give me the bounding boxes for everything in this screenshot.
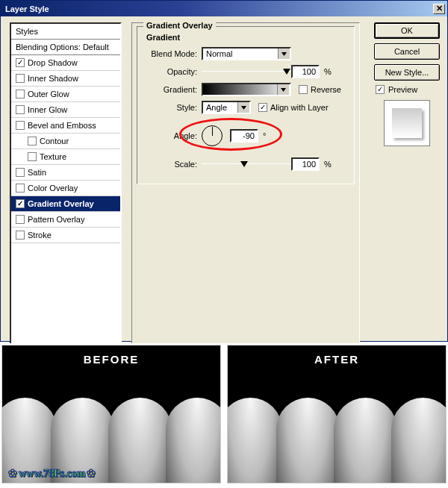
angle-hand-icon: [212, 127, 213, 136]
style-item-pattern-overlay[interactable]: Pattern Overlay: [11, 212, 120, 228]
align-with-layer-checkbox[interactable]: ✓ Align with Layer: [258, 103, 329, 112]
dialog-buttons-column: OK Cancel New Style... ✓ Preview: [374, 22, 440, 146]
style-row: Style: Angle ✓ Align with Layer: [142, 98, 349, 116]
preview-checkbox[interactable]: ✓ Preview: [376, 85, 440, 94]
watermark-text: www.78Ps.com: [19, 468, 85, 479]
scale-row: Scale: 100 %: [142, 155, 349, 173]
dialog-body: Styles Blending Options: Default ✓Drop S…: [1, 16, 447, 341]
slider-thumb-icon: [240, 161, 248, 167]
gradient-label: Gradient:: [142, 85, 202, 94]
close-icon: ✕: [436, 4, 443, 13]
styles-list: Styles Blending Options: Default ✓Drop S…: [10, 22, 122, 345]
style-item-label: Pattern Overlay: [28, 215, 84, 224]
slider-thumb-icon: [283, 69, 290, 75]
style-item-inner-glow[interactable]: Inner Glow: [11, 102, 120, 118]
style-item-label: Outer Glow: [28, 90, 69, 98]
checkbox-icon: [16, 215, 25, 224]
style-combo[interactable]: Angle: [202, 101, 251, 114]
before-after-montage: BEFORE ✿www.78Ps.com✿ AFTER: [0, 343, 448, 485]
gradient-picker[interactable]: [202, 83, 291, 96]
angle-row: Angle: -90 °: [142, 121, 349, 151]
before-label: BEFORE: [2, 353, 220, 366]
styles-header[interactable]: Styles: [11, 24, 120, 40]
checkbox-icon: [28, 137, 37, 146]
align-label: Align with Layer: [270, 103, 329, 112]
style-item-label: Stroke: [28, 231, 52, 240]
style-item-gradient-overlay[interactable]: ✓Gradient Overlay: [11, 196, 120, 212]
chevron-down-icon: [278, 49, 290, 59]
style-item-label: Color Overlay: [28, 184, 78, 193]
opacity-label: Opacity:: [142, 67, 202, 76]
style-item-outer-glow[interactable]: Outer Glow: [11, 87, 120, 102]
titlebar: Layer Style ✕: [1, 1, 447, 16]
style-item-label: Inner Shadow: [28, 74, 78, 83]
gradient-section-label: Gradient: [146, 33, 349, 42]
style-item-stroke[interactable]: Stroke: [11, 228, 120, 243]
styles-header-label: Styles: [16, 27, 38, 36]
opacity-unit: %: [324, 67, 332, 76]
checkbox-icon: ✓: [258, 103, 267, 112]
preview-label: Preview: [388, 85, 417, 94]
flower-icon: ✿: [87, 467, 96, 480]
ok-button[interactable]: OK: [374, 22, 440, 39]
panel-title: Gradient Overlay: [143, 21, 216, 30]
style-item-texture[interactable]: Texture: [11, 149, 120, 165]
dialog-title: Layer Style: [5, 4, 49, 13]
style-item-inner-shadow[interactable]: Inner Shadow: [11, 71, 120, 87]
preview-swatch-icon: [392, 108, 422, 138]
style-item-label: Drop Shadow: [28, 58, 78, 67]
style-item-label: Texture: [40, 152, 66, 161]
checkbox-icon: [16, 168, 25, 177]
gradient-row: Gradient: Reverse: [142, 81, 349, 98]
style-item-label: Contour: [40, 137, 69, 146]
checkbox-icon: [16, 74, 25, 83]
checkbox-icon: ✓: [16, 58, 25, 67]
style-item-color-overlay[interactable]: Color Overlay: [11, 181, 120, 196]
style-item-satin[interactable]: Satin: [11, 165, 120, 181]
chevron-down-icon: [237, 102, 249, 113]
chevron-down-icon: [277, 84, 289, 95]
style-item-drop-shadow[interactable]: ✓Drop Shadow: [11, 55, 120, 71]
gradient-overlay-fieldset: Gradient Overlay Gradient Blend Mode: No…: [137, 26, 355, 184]
angle-unit: °: [263, 131, 266, 140]
blending-options-header[interactable]: Blending Options: Default: [11, 40, 120, 55]
style-item-bevel-and-emboss[interactable]: Bevel and Emboss: [11, 118, 120, 134]
angle-input[interactable]: -90: [230, 129, 258, 143]
angle-dial[interactable]: [202, 125, 223, 146]
angle-label: Angle:: [142, 131, 202, 140]
checkbox-icon: ✓: [16, 199, 25, 208]
checkbox-icon: [16, 105, 25, 114]
after-artwork: [227, 398, 447, 484]
new-style-button[interactable]: New Style...: [374, 64, 440, 81]
scale-unit: %: [324, 160, 332, 169]
blending-options-label: Blending Options: Default: [16, 43, 109, 51]
blend-mode-value: Normal: [206, 49, 232, 58]
opacity-slider[interactable]: [202, 68, 291, 75]
checkbox-icon: [16, 184, 25, 193]
after-card: AFTER: [227, 345, 447, 484]
scale-input[interactable]: 100: [291, 157, 320, 171]
reverse-checkbox[interactable]: Reverse: [299, 85, 341, 94]
watermark: ✿www.78Ps.com✿: [7, 467, 97, 480]
gradient-overlay-panel: Gradient Overlay Gradient Blend Mode: No…: [131, 22, 360, 345]
cancel-button[interactable]: Cancel: [374, 43, 440, 60]
blend-mode-combo[interactable]: Normal: [202, 47, 291, 60]
style-value: Angle: [206, 103, 227, 112]
blend-mode-label: Blend Mode:: [142, 49, 202, 58]
style-item-label: Inner Glow: [28, 105, 67, 114]
checkbox-icon: [299, 85, 308, 94]
close-button[interactable]: ✕: [433, 4, 445, 14]
checkbox-icon: [16, 231, 25, 240]
checkbox-icon: [28, 152, 37, 161]
style-item-contour[interactable]: Contour: [11, 134, 120, 149]
opacity-input[interactable]: 100: [291, 65, 320, 78]
reverse-label: Reverse: [311, 85, 341, 94]
style-item-label: Gradient Overlay: [28, 199, 94, 208]
checkbox-icon: [16, 121, 25, 130]
scale-slider[interactable]: [202, 160, 291, 168]
style-label: Style:: [142, 103, 202, 112]
blend-mode-row: Blend Mode: Normal: [142, 45, 349, 63]
flower-icon: ✿: [8, 467, 17, 480]
after-label: AFTER: [228, 353, 446, 366]
opacity-row: Opacity: 100 %: [142, 63, 349, 81]
